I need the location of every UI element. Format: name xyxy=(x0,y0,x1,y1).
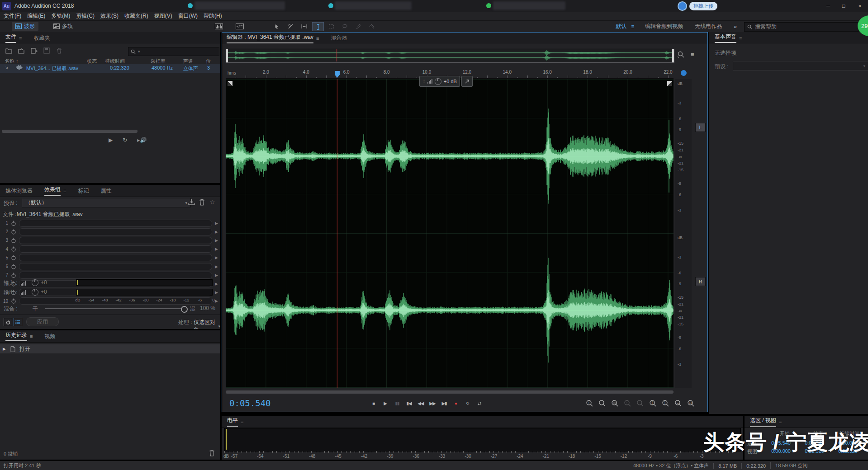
maximize-button[interactable]: □ xyxy=(838,1,849,10)
panel-menu-icon[interactable]: ≡ xyxy=(241,419,243,424)
effect-slot-arrow[interactable]: ▶ xyxy=(215,230,218,234)
fast-forward-button[interactable]: ▶▶ xyxy=(427,399,438,408)
trash-icon[interactable] xyxy=(209,450,215,456)
menu-item-6[interactable]: 收藏夹(R) xyxy=(124,12,148,20)
effect-slot-well[interactable] xyxy=(19,272,212,279)
effect-slot-1[interactable]: 1▶ xyxy=(2,219,218,227)
effect-slot-well[interactable] xyxy=(19,220,212,227)
zoom-to-selection-icon[interactable]: ▭ xyxy=(609,399,621,408)
zoom-full-icon[interactable]: ⊡ xyxy=(685,399,697,408)
effect-power-icon[interactable] xyxy=(11,264,16,269)
input-gain-knob[interactable] xyxy=(32,279,38,286)
effect-slot-5[interactable]: 5▶ xyxy=(2,254,218,262)
effect-slot-7[interactable]: 7▶ xyxy=(2,271,218,279)
es-preset-dropdown[interactable]: ▾ xyxy=(733,61,868,70)
preview-autoplay-button[interactable]: ▸🔊 xyxy=(137,137,147,143)
tab-editor[interactable]: 编辑器 : MVI_3641 音频已提取 .wav≡ xyxy=(227,33,319,43)
effect-slot-arrow[interactable]: ▶ xyxy=(215,264,218,269)
close-button[interactable]: × xyxy=(854,1,866,10)
new-content-icon[interactable] xyxy=(31,47,38,55)
preview-loop-button[interactable]: ↻ xyxy=(123,137,127,143)
process-dropdown[interactable]: 仅选区对象▾ xyxy=(194,319,220,329)
tab-history[interactable]: 历史记录≡ xyxy=(5,331,33,341)
effect-slot-arrow[interactable]: ▶ xyxy=(215,247,218,251)
mix-slider-track[interactable] xyxy=(45,308,186,309)
waveform-scrollbar[interactable] xyxy=(226,390,674,394)
effect-slot-well[interactable] xyxy=(19,237,212,244)
preset-dropdown[interactable]: （默认） ▾ xyxy=(22,198,191,207)
menu-item-8[interactable]: 窗口(W) xyxy=(178,12,198,20)
lasso-selection-tool-icon[interactable] xyxy=(339,22,350,30)
mix-slider-handle[interactable] xyxy=(181,306,188,313)
tab-mixer[interactable]: 混音器 xyxy=(331,34,347,42)
spectral-pitch-icon[interactable] xyxy=(234,22,245,30)
panel-menu-icon[interactable]: ≡ xyxy=(30,334,33,339)
help-search-input[interactable]: 搜索帮助 xyxy=(744,22,868,32)
menu-item-1[interactable]: 文件(F) xyxy=(4,12,21,20)
tab-files[interactable]: 文件≡ xyxy=(5,33,22,43)
navigator-right-handle[interactable] xyxy=(672,49,674,62)
workspace-overflow-icon[interactable]: » xyxy=(734,24,737,30)
play-button[interactable]: ▶ xyxy=(379,399,391,408)
files-search-input[interactable]: ▾ xyxy=(128,47,219,56)
effect-power-icon[interactable] xyxy=(11,238,16,243)
menu-item-2[interactable]: 编辑(E) xyxy=(27,12,45,20)
time-display[interactable]: 0:05.540 xyxy=(229,398,271,408)
panel-menu-icon[interactable]: ≡ xyxy=(739,35,742,41)
slip-tool-icon[interactable] xyxy=(299,22,309,30)
record-button[interactable]: ● xyxy=(450,399,462,408)
output-gain-knob[interactable] xyxy=(32,289,38,296)
navigator-left-handle[interactable] xyxy=(226,49,228,62)
zoom-out-time-icon[interactable]: − xyxy=(597,399,608,408)
time-selection-tool-icon[interactable] xyxy=(312,22,324,31)
tab-essential-sound[interactable]: 基本声音≡ xyxy=(715,33,742,43)
effect-slot-arrow[interactable]: ▶ xyxy=(215,221,218,226)
skip-to-end-button[interactable]: ▶▮ xyxy=(438,399,450,408)
files-horizontal-scrollbar[interactable] xyxy=(2,130,138,133)
loop-playback-button[interactable]: ↻ xyxy=(462,399,474,408)
workspace-item-1[interactable]: 编辑音频到视频 xyxy=(645,23,683,30)
waveform-display[interactable] xyxy=(226,79,674,388)
skip-to-start-button[interactable]: ▮◀ xyxy=(403,399,415,408)
workspace-menu-icon[interactable]: ≡ xyxy=(631,24,634,30)
effect-slot-6[interactable]: 6▶ xyxy=(2,263,218,270)
tab-favorites[interactable]: 收藏夹 xyxy=(33,34,50,42)
effect-slot-4[interactable]: 4▶ xyxy=(2,245,218,253)
channel-right-button[interactable]: R xyxy=(695,277,706,286)
effect-power-icon[interactable] xyxy=(11,298,16,304)
effect-power-icon[interactable] xyxy=(11,273,16,278)
tab-effects-rack[interactable]: 效果组≡ xyxy=(44,186,66,196)
multitrack-view-button[interactable]: 多轨 xyxy=(50,22,76,31)
effect-slot-arrow[interactable]: ▶ xyxy=(215,290,218,295)
rack-power-button[interactable] xyxy=(4,318,12,326)
effect-slot-well[interactable] xyxy=(19,245,212,253)
volume-hud[interactable]: ⠿ +0 dB xyxy=(419,76,473,87)
pause-button[interactable]: ▮▮ xyxy=(391,399,403,408)
rewind-button[interactable]: ◀◀ xyxy=(415,399,427,408)
tab-markers[interactable]: 标记 xyxy=(78,187,89,195)
import-file-icon[interactable] xyxy=(18,47,26,55)
workspace-item-2[interactable]: 无线电作品 xyxy=(695,23,722,30)
zoom-in-amplitude-icon[interactable]: + xyxy=(622,399,633,408)
tab-levels[interactable]: 电平≡ xyxy=(227,417,243,427)
favorite-star-icon[interactable]: ☆ xyxy=(209,198,215,206)
effect-power-icon[interactable] xyxy=(11,229,16,235)
spectral-frequency-icon[interactable] xyxy=(213,22,224,30)
navigator-menu-icon[interactable]: ≡ xyxy=(691,51,694,58)
effect-slot-2[interactable]: 2▶ xyxy=(2,228,218,235)
toggle-rack-list-button[interactable] xyxy=(14,318,22,326)
zoom-reset-icon[interactable] xyxy=(677,51,685,59)
skip-selection-button[interactable]: ⇄ xyxy=(474,399,485,408)
tab-video[interactable]: 视频 xyxy=(44,333,55,340)
effect-slot-arrow[interactable]: ▶ xyxy=(215,273,218,277)
zoom-selection-left-icon[interactable]: ⟨ xyxy=(647,399,659,408)
menu-item-4[interactable]: 剪辑(C) xyxy=(76,12,95,20)
menu-item-5[interactable]: 效果(S) xyxy=(100,12,119,20)
zoom-out-amplitude-icon[interactable]: − xyxy=(635,399,646,408)
panel-menu-icon[interactable]: ≡ xyxy=(19,35,22,41)
hud-drag-handle[interactable]: ⠿ xyxy=(422,80,425,84)
effect-slot-well[interactable] xyxy=(19,254,212,261)
spot-healing-brush-tool-icon[interactable] xyxy=(366,22,377,30)
move-tool-icon[interactable] xyxy=(271,22,282,30)
file-name[interactable]: MVI_364... 已提取 .wav xyxy=(26,65,78,72)
